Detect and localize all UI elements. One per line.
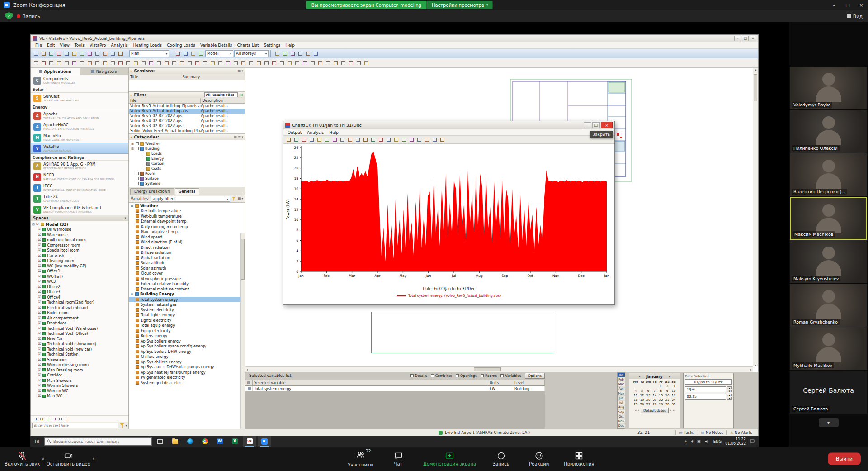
file-row[interactable]: Volvo_Rev5_02_02_2022.apsApache results — [129, 114, 245, 119]
variable-item[interactable]: Solar altitude — [129, 261, 245, 266]
checkbox[interactable] — [500, 374, 504, 377]
app-item-iecc[interactable]: IIECCINTERNATIONAL ENERGY CONSERVATION C… — [31, 182, 128, 193]
view-menu-button[interactable]: Вид — [847, 14, 863, 19]
files-header[interactable]: ▸Files:All Results Files▾↻ — [129, 92, 245, 98]
toolbar-icon[interactable] — [312, 50, 319, 57]
calendar-day[interactable]: 26 — [639, 402, 645, 407]
toolbar-icon[interactable] — [64, 416, 70, 422]
variables-filter-dropdown[interactable]: apply filter?▾ — [151, 196, 230, 202]
checkbox[interactable]: ☑ — [38, 238, 41, 242]
toolbar-icon[interactable] — [286, 60, 293, 67]
ve-app-button[interactable]: VE — [243, 436, 256, 447]
zoom-app-button[interactable] — [258, 436, 271, 447]
calendar-day[interactable]: 7 — [651, 389, 658, 393]
space-item[interactable]: ☑Office4 — [31, 295, 128, 300]
space-item[interactable]: ☑Boiler room — [31, 310, 128, 316]
app-item-ve-compliance-uk-ireland[interactable]: VVE Compliance (UK & Ireland)ENERGY PERF… — [31, 204, 128, 215]
space-item[interactable]: ☑Air compartment — [31, 315, 128, 321]
toolbar-icon[interactable] — [140, 60, 147, 67]
column-header[interactable]: Title — [129, 74, 181, 80]
spaces-header[interactable]: Spaces▾ — [31, 215, 128, 221]
toolbar-icon[interactable] — [48, 50, 55, 57]
category-item[interactable]: ⊟Building — [129, 146, 245, 151]
panel-buttons[interactable]: ▦ ▾ — [238, 197, 243, 200]
variable-item[interactable]: Ap Sys boilers DHW energy — [129, 349, 245, 354]
plan-canvas[interactable]: Chart(1): Fri 01/Jan to Fri 31/Dec – □ ×… — [245, 68, 758, 372]
option-variables[interactable]: Variables — [500, 374, 521, 378]
app-item-vistapro[interactable]: VVistaProADVANCED ANALYSIS — [31, 143, 128, 154]
calendar-day[interactable]: 15 — [658, 393, 664, 398]
checkbox[interactable]: ☑ — [38, 280, 41, 283]
default-dates-button[interactable]: Default dates — [641, 408, 669, 413]
toolbar-icon[interactable] — [401, 136, 407, 143]
app-item-necb[interactable]: NNECBNATIONAL ENERGY CODE OF CANADA FOR … — [31, 171, 128, 182]
notes-item[interactable]: ▥No Notes — [698, 430, 726, 435]
time-spinner-value[interactable]: 00:25 — [685, 394, 726, 400]
tab-applications[interactable]: Applications — [31, 68, 80, 75]
space-item[interactable]: ☑Technical void (showroom) — [31, 342, 128, 347]
calendar-day[interactable] — [632, 384, 639, 389]
checkbox[interactable]: ☑ — [38, 337, 41, 341]
stop-video-button[interactable]: Остановить видео — [47, 451, 90, 466]
space-item[interactable]: ☑Man WC — [31, 394, 128, 399]
next-dates-button[interactable]: › — [670, 409, 671, 412]
space-item[interactable]: ☑Woman WC — [31, 388, 128, 394]
checkbox[interactable]: ☑ — [38, 352, 41, 356]
month-item[interactable]: Sep — [618, 410, 625, 414]
checkbox[interactable] — [481, 374, 484, 377]
checkbox[interactable]: ☑ — [38, 373, 41, 377]
calendar-day[interactable]: 20 — [645, 398, 651, 402]
toolbar-icon[interactable] — [40, 50, 47, 57]
toolbar-icon[interactable] — [182, 50, 189, 57]
space-item[interactable]: ☑Man Dressing room — [31, 367, 128, 373]
month-item[interactable]: Jul — [618, 401, 625, 405]
toolbar-icon[interactable] — [217, 60, 224, 67]
toolbar-icon[interactable] — [45, 416, 51, 422]
toolbar-icon[interactable] — [325, 60, 331, 67]
variable-section[interactable]: ⊟Building Energy — [129, 292, 245, 297]
checkbox[interactable]: ☑ — [38, 254, 41, 257]
column-header[interactable]: Summary — [181, 74, 245, 80]
toolbar-icon[interactable] — [33, 60, 39, 67]
checkbox[interactable]: ☑ — [38, 300, 41, 304]
checkbox[interactable] — [136, 147, 139, 150]
start-button[interactable]: ⊞ — [31, 436, 43, 447]
file-explorer-button[interactable] — [168, 436, 182, 447]
variable-item[interactable]: Wet-bulb temperature — [129, 214, 245, 219]
combo-model[interactable]: Model▾ — [205, 50, 233, 57]
energy-chart[interactable]: 024681012141618202224JanFebMarAprMayJunJ… — [285, 144, 613, 287]
app-item-components[interactable]: CComponentsCOMPONENT MODELLER — [31, 75, 128, 86]
space-item[interactable]: ☑Technical void (new car) — [31, 347, 128, 352]
calendar-day[interactable]: 12 — [639, 393, 645, 398]
chart-menu-analysis[interactable]: Analysis — [305, 130, 326, 135]
toolbar-icon[interactable] — [190, 50, 197, 57]
checkbox[interactable]: ☑ — [38, 389, 41, 393]
calendar-day[interactable]: 2 — [664, 384, 670, 389]
checkbox[interactable]: ☑ — [38, 290, 41, 294]
variable-item[interactable]: System grid disp. elec. — [129, 380, 245, 385]
variable-item[interactable]: Ap Sys aux + DHW/solar pumps energy — [129, 365, 245, 370]
checkbox[interactable] — [410, 374, 414, 377]
spin-up-icon[interactable]: ▲ — [727, 386, 732, 389]
menu-vistapro[interactable]: VistaPro — [87, 43, 108, 48]
variable-item[interactable]: Ap Sys boilers space cond'g energy — [129, 344, 245, 349]
variable-item[interactable]: Wind speed — [129, 234, 245, 240]
participants-scroll-button[interactable]: ▾ — [819, 418, 839, 427]
checkbox[interactable] — [142, 157, 145, 160]
toolbar-icon[interactable] — [163, 60, 170, 67]
toolbar-icon[interactable] — [33, 50, 39, 57]
checkbox[interactable]: ☑ — [38, 306, 41, 309]
checkbox[interactable]: ☑ — [38, 228, 41, 231]
checkbox[interactable] — [136, 177, 139, 180]
checkbox[interactable] — [456, 374, 459, 377]
expander-icon[interactable]: ▸ — [131, 93, 132, 97]
scroll-right-icon[interactable]: ▸ — [750, 368, 752, 371]
expander-icon[interactable]: ▸ — [131, 135, 132, 139]
scrollbar-thumb[interactable] — [474, 367, 501, 371]
toolbar-icon[interactable] — [71, 60, 78, 67]
toolbar-icon[interactable] — [94, 60, 101, 67]
toolbar-icon[interactable] — [301, 136, 307, 143]
tab-general[interactable]: General — [175, 188, 199, 195]
toolbar-icon[interactable] — [408, 136, 415, 143]
toolbar-icon[interactable] — [377, 136, 384, 143]
